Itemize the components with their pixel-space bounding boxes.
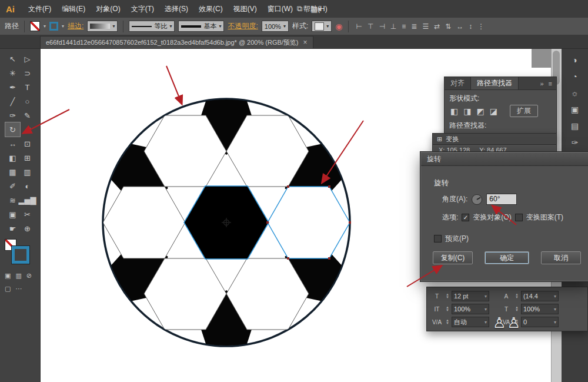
type-tool[interactable]: T — [20, 80, 35, 94]
transform-object-label[interactable]: 变换对象(O) — [473, 212, 511, 222]
line-segment-tool[interactable]: ╱ — [5, 94, 20, 108]
rotate-tool[interactable]: ↻ — [5, 122, 20, 137]
shape-builder-tool[interactable]: ◧ — [5, 151, 20, 165]
workspace-switcher-icon[interactable]: ▦▾ — [310, 5, 322, 14]
recolor-artwork-icon[interactable]: ◉ — [335, 22, 342, 31]
width-tool[interactable]: ↔ — [5, 137, 20, 151]
direct-selection-tool[interactable]: ▷ — [20, 52, 35, 66]
transform-pattern-label[interactable]: 变换图案(T) — [526, 212, 563, 222]
eyedropper-tool[interactable]: ✐ — [5, 179, 20, 193]
character-value-field[interactable]: 100%▾ — [521, 304, 559, 314]
bridge-icon[interactable]: ⧉ — [297, 4, 302, 14]
magic-wand-tool[interactable]: ✳ — [5, 66, 20, 80]
unite-icon[interactable]: ◧ — [450, 107, 458, 116]
brush-definition-dropdown[interactable]: 基本▾ — [178, 21, 224, 32]
mesh-tool[interactable]: ▦ — [5, 165, 20, 179]
stepper-icon[interactable]: ▲▼ — [515, 306, 519, 312]
perspective-grid-tool[interactable]: ⊞ — [20, 151, 35, 165]
collapse-panel-icon[interactable]: » — [540, 80, 543, 87]
column-graph-tool[interactable]: ▂▅▇ — [20, 193, 35, 207]
blend-tool[interactable]: ◐ — [20, 179, 35, 193]
distribute-vertical-icon[interactable]: ≣ — [411, 22, 417, 31]
character-value-field[interactable]: 100%▾ — [452, 304, 489, 314]
none-fill-icon[interactable]: ⊘ — [26, 272, 32, 280]
align-left-icon[interactable]: ⊢ — [356, 22, 362, 31]
width-profile-dropdown[interactable]: 等比▾ — [129, 21, 175, 32]
panel-menu-icon[interactable]: ≡ — [549, 80, 552, 87]
minus-front-icon[interactable]: ◨ — [463, 107, 471, 116]
document-tab[interactable]: e66fd1441d12e0566470857602ef6152_t0182a3… — [40, 36, 313, 48]
tab-align[interactable]: 对齐 — [445, 77, 470, 89]
slice-tool[interactable]: ✂ — [20, 207, 35, 221]
pencil-tool[interactable]: ✎ — [20, 108, 35, 122]
preview-checkbox[interactable] — [434, 235, 442, 243]
angle-dial-icon[interactable] — [472, 194, 482, 205]
character-value-field[interactable]: (14.4▾ — [521, 291, 559, 301]
window-menu[interactable]: 窗口(W) — [262, 0, 298, 18]
stepper-icon[interactable]: ▲▼ — [446, 319, 449, 325]
transform-panel-header[interactable]: ⊞ 变换 — [433, 134, 556, 145]
zoom-tool[interactable]: ⊕ — [20, 221, 35, 235]
lasso-tool[interactable]: ⊃ — [20, 66, 35, 80]
preview-label[interactable]: 预览(P) — [445, 234, 469, 244]
cancel-button[interactable]: 取消 — [541, 251, 581, 264]
stroke-swatch[interactable] — [49, 22, 58, 31]
stepper-icon[interactable]: ▲▼ — [515, 293, 519, 299]
stepper-icon[interactable]: ▲▼ — [446, 306, 449, 312]
align-center-icon[interactable]: ⊤ — [368, 22, 373, 31]
stroke-label-link[interactable]: 描边: — [68, 21, 83, 31]
selection-tool[interactable]: ↖ — [5, 52, 20, 66]
swap-horizontal-icon[interactable]: ⇄ — [434, 22, 440, 31]
rotate-dialog-title[interactable]: 旋转 — [421, 152, 588, 166]
more-options-icon[interactable]: ⋮ — [477, 22, 485, 31]
transform-object-checkbox[interactable]: ✓ — [462, 214, 469, 221]
select-menu[interactable]: 选择(S) — [159, 0, 193, 18]
symbol-sprayer-tool[interactable]: ≋ — [5, 193, 20, 207]
toolbar-more-icon[interactable]: ⋯ — [15, 285, 22, 293]
intersect-icon[interactable]: ◩ — [476, 107, 484, 116]
color-fill-icon[interactable]: ▣ — [5, 272, 11, 280]
character-value-field[interactable]: 0▾ — [521, 317, 559, 327]
character-value-field[interactable]: 12 pt▾ — [452, 291, 489, 301]
artboard-tool[interactable]: ▣ — [5, 207, 20, 221]
transform-pattern-checkbox[interactable] — [515, 214, 523, 221]
close-tab-icon[interactable]: × — [303, 38, 308, 46]
distribute-spacing-icon[interactable]: ☰ — [422, 22, 429, 31]
swap-vertical-icon[interactable]: ⇅ — [445, 22, 451, 31]
opacity-label-link[interactable]: 不透明度: — [228, 21, 258, 31]
distribute-horizontal-icon[interactable]: ≡ — [402, 22, 406, 31]
object-menu[interactable]: 对象(O) — [91, 0, 125, 18]
tab-pathfinder[interactable]: 路径查找器 — [470, 77, 519, 89]
expand-button[interactable]: 扩展 — [510, 105, 538, 117]
paintbrush-tool[interactable]: ✑ — [5, 108, 20, 122]
ellipse-tool[interactable]: ○ — [20, 94, 35, 108]
ok-button[interactable]: 确定 — [485, 251, 529, 264]
angle-input[interactable]: 60° — [486, 194, 517, 205]
view-menu[interactable]: 视图(V) — [228, 0, 262, 18]
stroke-color-swatch[interactable] — [12, 246, 29, 264]
fill-swatch[interactable] — [30, 21, 40, 31]
effect-menu[interactable]: 效果(C) — [193, 0, 228, 18]
align-bottom-icon[interactable]: ⊥ — [390, 22, 396, 31]
free-transform-tool[interactable]: ⊡ — [20, 137, 35, 151]
screen-mode-icon[interactable]: ▢ — [5, 285, 11, 293]
transform-vertical-icon[interactable]: ↕ — [469, 22, 472, 31]
stroke-weight-dropdown[interactable]: ▾ — [87, 21, 118, 32]
fill-dropdown-icon[interactable]: ▾ — [44, 24, 46, 29]
transform-horizontal-icon[interactable]: ↔ — [456, 22, 463, 31]
gradient-tool[interactable]: ▥ — [20, 165, 35, 179]
type-menu[interactable]: 文字(T) — [126, 0, 159, 18]
align-right-icon[interactable]: ⊣ — [379, 22, 385, 31]
hand-tool[interactable]: ☛ — [5, 221, 20, 235]
scale-tool[interactable]: ◿ — [20, 122, 35, 137]
pen-tool[interactable]: ✒ — [5, 80, 20, 94]
stroke-dropdown-icon[interactable]: ▾ — [62, 24, 64, 29]
file-menu[interactable]: 文件(F) — [23, 0, 56, 18]
character-value-field[interactable]: 自动▾ — [452, 317, 489, 327]
copy-button[interactable]: 复制(C) — [433, 251, 473, 264]
stepper-icon[interactable]: ▲▼ — [446, 293, 449, 299]
exclude-icon[interactable]: ◪ — [490, 107, 497, 116]
opacity-dropdown[interactable]: 100%▾ — [262, 21, 289, 32]
style-dropdown[interactable]: ▾ — [312, 21, 332, 32]
gradient-fill-icon[interactable]: ▥ — [15, 272, 21, 280]
